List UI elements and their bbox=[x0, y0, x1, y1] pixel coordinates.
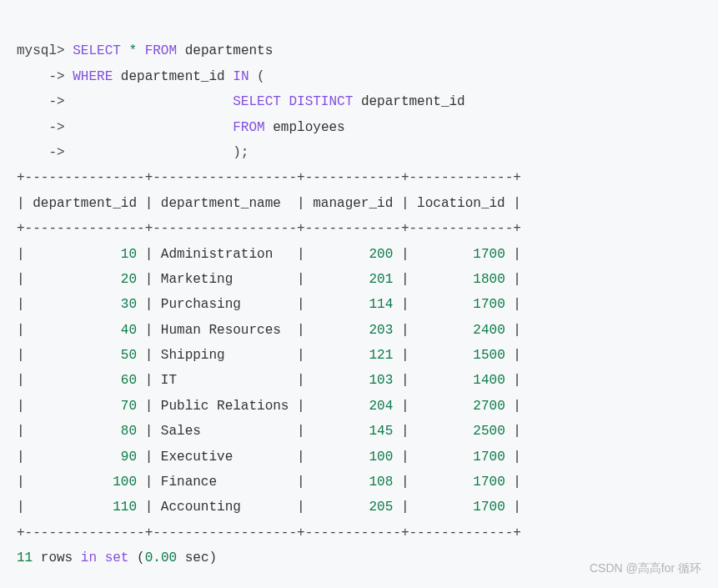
cell-department-id: 70 bbox=[33, 399, 137, 414]
table-row: | 30 | Purchasing | 114 | 1700 | bbox=[17, 297, 521, 312]
cell-manager-id: 114 bbox=[313, 297, 393, 312]
cell-department-name: Finance bbox=[161, 475, 289, 490]
cell-manager-id: 205 bbox=[313, 500, 393, 515]
cell-location-id: 2500 bbox=[417, 424, 505, 439]
query-line-2: -> WHERE department_id IN ( bbox=[17, 69, 265, 84]
star: * bbox=[128, 43, 137, 58]
cell-manager-id: 203 bbox=[313, 323, 393, 338]
cell-department-name: Sales bbox=[161, 424, 289, 439]
table-row: | 50 | Shipping | 121 | 1500 | bbox=[17, 348, 521, 363]
cell-department-name: Purchasing bbox=[161, 297, 289, 312]
query-line-4: -> FROM employees bbox=[17, 120, 345, 135]
continuation-arrow: -> bbox=[17, 120, 65, 135]
query-line-5: -> ); bbox=[17, 145, 249, 160]
table-row: | 10 | Administration | 200 | 1700 | bbox=[17, 247, 521, 262]
cell-department-name: Public Relations bbox=[161, 399, 289, 414]
cell-manager-id: 200 bbox=[313, 247, 393, 262]
table-row: | 110 | Accounting | 205 | 1700 | bbox=[17, 500, 521, 515]
status-line: 11 rows in set (0.00 sec) bbox=[17, 550, 217, 565]
cell-department-name: Marketing bbox=[161, 272, 289, 287]
cell-location-id: 1700 bbox=[417, 247, 505, 262]
cell-location-id: 1700 bbox=[417, 500, 505, 515]
table-row: | 80 | Sales | 145 | 2500 | bbox=[17, 424, 521, 439]
cell-department-name: Shipping bbox=[161, 348, 289, 363]
identifier: department_id bbox=[121, 69, 225, 84]
paren-open: ( bbox=[137, 550, 145, 565]
cell-department-id: 80 bbox=[33, 424, 137, 439]
keyword-select: SELECT bbox=[73, 43, 121, 58]
table-row: | 20 | Marketing | 201 | 1800 | bbox=[17, 272, 521, 287]
table-row: | 40 | Human Resources | 203 | 2400 | bbox=[17, 323, 521, 338]
cell-department-name: Human Resources bbox=[161, 323, 289, 338]
table-border-top: +---------------+------------------+----… bbox=[17, 170, 521, 185]
table-row: | 100 | Finance | 108 | 1700 | bbox=[17, 475, 521, 490]
cell-location-id: 1400 bbox=[417, 373, 505, 388]
keyword-select-distinct: SELECT DISTINCT bbox=[233, 94, 353, 109]
cell-location-id: 1700 bbox=[417, 297, 505, 312]
cell-department-id: 100 bbox=[33, 475, 137, 490]
continuation-arrow: -> bbox=[17, 145, 65, 160]
keyword-in: IN bbox=[233, 69, 249, 84]
cell-location-id: 1700 bbox=[417, 450, 505, 465]
keyword-from: FROM bbox=[145, 43, 177, 58]
table-border-mid: +---------------+------------------+----… bbox=[17, 221, 521, 236]
cell-manager-id: 204 bbox=[313, 399, 393, 414]
table-border-bottom: +---------------+------------------+----… bbox=[17, 525, 521, 540]
cell-department-id: 90 bbox=[33, 450, 137, 465]
cell-manager-id: 201 bbox=[313, 272, 393, 287]
row-count: 11 bbox=[17, 550, 33, 565]
rows-text: rows bbox=[41, 550, 73, 565]
identifier: departments bbox=[185, 43, 274, 58]
time-value: 0.00 bbox=[145, 550, 177, 565]
keyword-where: WHERE bbox=[73, 69, 113, 84]
time-close: sec) bbox=[177, 550, 217, 565]
identifier: department_id bbox=[361, 94, 465, 109]
cell-location-id: 1500 bbox=[417, 348, 505, 363]
cell-manager-id: 100 bbox=[313, 450, 393, 465]
cell-department-id: 20 bbox=[33, 272, 137, 287]
cell-department-id: 10 bbox=[33, 247, 137, 262]
continuation-arrow: -> bbox=[17, 69, 65, 84]
cell-department-name: IT bbox=[161, 373, 289, 388]
cell-location-id: 1700 bbox=[417, 475, 505, 490]
cell-location-id: 1800 bbox=[417, 272, 505, 287]
prompt: mysql> bbox=[17, 43, 65, 58]
paren-open: ( bbox=[257, 69, 265, 84]
cell-manager-id: 103 bbox=[313, 373, 393, 388]
cell-department-id: 110 bbox=[33, 500, 137, 515]
sql-output: mysql> SELECT * FROM departments -> WHER… bbox=[17, 13, 701, 571]
table-header-row: | department_id | department_name | mana… bbox=[17, 196, 521, 211]
cell-location-id: 2700 bbox=[417, 399, 505, 414]
identifier: employees bbox=[273, 120, 344, 135]
keyword-set: set bbox=[105, 550, 129, 565]
cell-department-id: 30 bbox=[33, 297, 137, 312]
paren-close-semicolon: ); bbox=[233, 145, 249, 160]
cell-manager-id: 145 bbox=[313, 424, 393, 439]
table-row: | 60 | IT | 103 | 1400 | bbox=[17, 373, 521, 388]
cell-department-id: 60 bbox=[33, 373, 137, 388]
query-line-3: -> SELECT DISTINCT department_id bbox=[17, 94, 465, 109]
cell-manager-id: 121 bbox=[313, 348, 393, 363]
cell-location-id: 2400 bbox=[417, 323, 505, 338]
keyword-from: FROM bbox=[233, 120, 264, 135]
cell-department-name: Accounting bbox=[161, 500, 289, 515]
cell-manager-id: 108 bbox=[313, 475, 393, 490]
table-row: | 90 | Executive | 100 | 1700 | bbox=[17, 450, 521, 465]
cell-department-name: Executive bbox=[161, 450, 289, 465]
keyword-in: in bbox=[81, 550, 97, 565]
continuation-arrow: -> bbox=[17, 94, 65, 109]
table-row: | 70 | Public Relations | 204 | 2700 | bbox=[17, 399, 521, 414]
query-line-1: mysql> SELECT * FROM departments bbox=[17, 43, 273, 58]
table-body: | 10 | Administration | 200 | 1700 | | 2… bbox=[17, 247, 521, 515]
cell-department-id: 50 bbox=[33, 348, 137, 363]
cell-department-id: 40 bbox=[33, 323, 137, 338]
cell-department-name: Administration bbox=[161, 247, 289, 262]
